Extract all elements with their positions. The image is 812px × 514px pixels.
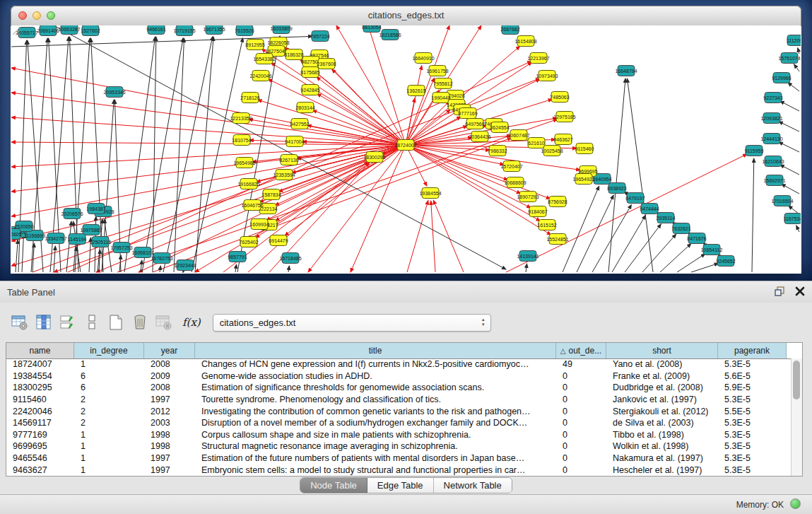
graph-node[interactable]: 16033809 bbox=[270, 25, 292, 34]
graph-node[interactable]: 19671355 bbox=[203, 25, 225, 35]
graph-node[interactable]: 8938923 bbox=[607, 183, 626, 194]
graph-node[interactable]: 1810754 bbox=[232, 135, 251, 146]
graph-node[interactable]: 1167534 bbox=[784, 214, 801, 224]
graph-node[interactable]: 1145194 bbox=[68, 234, 87, 245]
graph-node[interactable]: 15720407 bbox=[500, 161, 522, 172]
table-row[interactable]: 969969511998Structural magnetic resonanc… bbox=[6, 440, 792, 452]
graph-node[interactable]: 12093821 bbox=[760, 113, 782, 124]
graph-node[interactable]: 10688609 bbox=[504, 177, 526, 188]
graph-node[interactable]: 16210643 bbox=[762, 156, 784, 167]
graph-node[interactable]: 16648794 bbox=[615, 66, 637, 76]
column-header-name[interactable]: name bbox=[6, 343, 74, 358]
graph-node[interactable]: 9466161 bbox=[146, 25, 165, 35]
graph-node[interactable]: 7485063 bbox=[550, 92, 569, 103]
table-row[interactable]: 1456911722003Disruption of a novel membe… bbox=[6, 417, 792, 429]
graph-node[interactable]: 12444130 bbox=[760, 134, 782, 144]
graph-node[interactable]: 9474444 bbox=[640, 204, 659, 214]
graph-node[interactable]: 9417004 bbox=[285, 136, 304, 147]
table-row[interactable]: 1830029562008Estimation of significance … bbox=[6, 382, 792, 394]
graph-node[interactable]: 15524851 bbox=[546, 234, 568, 245]
graph-node[interactable]: 16154808 bbox=[514, 36, 536, 47]
delete-table-icon[interactable] bbox=[154, 313, 173, 332]
graph-node[interactable]: 9777169 bbox=[458, 108, 477, 119]
column-header-out-de---[interactable]: △out_de... bbox=[556, 343, 606, 358]
table-row[interactable]: 946362711997Embryonic stem cells: a mode… bbox=[6, 464, 792, 476]
graph-node[interactable]: 1362615 bbox=[406, 86, 425, 96]
graph-node[interactable]: 9115460 bbox=[575, 144, 594, 154]
graph-node[interactable]: 12353594 bbox=[273, 170, 295, 180]
graph-node[interactable]: 1112097 bbox=[787, 35, 801, 46]
graph-node[interactable]: 7615526 bbox=[235, 25, 254, 36]
graph-node[interactable]: 9245652 bbox=[716, 256, 735, 267]
graph-node[interactable]: 3624554 bbox=[490, 122, 509, 133]
graph-node[interactable]: 12975185 bbox=[553, 112, 575, 122]
column-header-short[interactable]: short bbox=[606, 343, 718, 358]
graph-node[interactable]: 2803144 bbox=[295, 103, 314, 113]
memory-ok-indicator[interactable] bbox=[790, 498, 801, 509]
graph-node[interactable]: 20206576 bbox=[61, 209, 83, 219]
function-builder-icon[interactable]: f(x) bbox=[182, 316, 201, 329]
table-row[interactable]: 1938455462009Genome-wide association stu… bbox=[6, 370, 792, 382]
graph-node[interactable]: 7857224 bbox=[310, 31, 329, 42]
table-row[interactable]: 1872400712008Changes of HCN gene express… bbox=[6, 358, 792, 370]
graph-node[interactable]: 20364436 bbox=[469, 132, 490, 142]
graph-node[interactable]: 1984387 bbox=[86, 204, 105, 214]
graph-node[interactable]: 8175685 bbox=[300, 67, 319, 78]
table-row[interactable]: 2242004622012Investigating the contribut… bbox=[6, 405, 792, 417]
graph-node[interactable]: 7986332 bbox=[488, 146, 507, 156]
tab-edge-table[interactable]: Edge Table bbox=[367, 478, 434, 493]
graph-node[interactable]: 17016504 bbox=[771, 196, 793, 206]
graph-node[interactable]: 2367608 bbox=[317, 59, 336, 69]
tab-node-table[interactable]: Node Table bbox=[300, 478, 367, 493]
select-column-icon[interactable] bbox=[34, 313, 53, 332]
graph-node[interactable]: 16640910 bbox=[412, 53, 434, 64]
graph-node[interactable]: 9227343 bbox=[763, 93, 782, 103]
graph-node[interactable]: 12213359 bbox=[230, 113, 252, 124]
graph-node[interactable]: 17957253 bbox=[110, 243, 132, 253]
graph-node[interactable]: 20953346 bbox=[103, 87, 125, 98]
tab-network-table[interactable]: Network Table bbox=[434, 478, 512, 493]
graph-node[interactable]: 7632621 bbox=[671, 223, 690, 234]
column-header-pagerank[interactable]: pagerank bbox=[718, 343, 787, 358]
graph-node[interactable]: 9115955 bbox=[745, 146, 764, 156]
graph-node[interactable]: 9857791 bbox=[228, 252, 247, 262]
graph-node[interactable]: 1615152 bbox=[537, 220, 556, 230]
table-select-dropdown[interactable]: citations_edges.txt ▲▼ bbox=[213, 314, 491, 332]
graph-node[interactable]: 13342757 bbox=[45, 233, 66, 244]
graph-node[interactable]: 9242845 bbox=[300, 85, 319, 95]
graph-node[interactable]: 2687682 bbox=[500, 25, 519, 35]
row-checklist-icon[interactable] bbox=[58, 313, 77, 332]
graph-node[interactable]: 8912955 bbox=[245, 40, 264, 50]
graph-node[interactable]: 6479197 bbox=[625, 193, 645, 204]
graph-node[interactable]: 9427552 bbox=[290, 119, 309, 129]
graph-node[interactable]: 7955812 bbox=[433, 78, 452, 89]
graph-node[interactable]: 18300295 bbox=[363, 152, 385, 163]
graph-node[interactable]: 8186328 bbox=[284, 49, 303, 60]
graph-node[interactable]: 19218586 bbox=[379, 30, 401, 40]
table-settings-icon[interactable] bbox=[10, 313, 29, 332]
graph-node[interactable]: 8267130 bbox=[279, 155, 298, 165]
graph-node[interactable]: 15751074 bbox=[778, 53, 800, 64]
graph-node[interactable]: 22420046 bbox=[249, 71, 271, 81]
graph-node[interactable]: 12213967 bbox=[527, 53, 549, 64]
graph-node[interactable]: 7625402 bbox=[239, 237, 258, 247]
graph-node[interactable]: 16782753 bbox=[151, 253, 172, 264]
table-row[interactable]: 911546021997Tourette syndrome. Phenomeno… bbox=[6, 394, 792, 406]
graph-node[interactable]: 12505115 bbox=[90, 237, 112, 247]
graph-node[interactable]: 20691406 bbox=[37, 25, 59, 36]
graph-node[interactable]: 19384554 bbox=[419, 188, 441, 199]
graph-node[interactable]: 18907293 bbox=[517, 192, 539, 202]
window-titlebar[interactable]: citations_edges.txt bbox=[11, 6, 801, 26]
graph-node[interactable]: 10719155 bbox=[173, 25, 195, 36]
graph-node[interactable]: 8756928 bbox=[548, 197, 567, 207]
row-height-icon[interactable] bbox=[82, 313, 101, 332]
graph-node[interactable]: 1609934 bbox=[249, 219, 269, 230]
scrollbar-thumb[interactable] bbox=[793, 361, 800, 399]
graph-node[interactable]: 10653287 bbox=[58, 25, 80, 35]
graph-node[interactable]: 6914479 bbox=[269, 235, 288, 246]
graph-node[interactable]: 18724007 bbox=[394, 140, 416, 151]
graph-node[interactable]: 621610 bbox=[528, 138, 545, 148]
table-vertical-scrollbar[interactable] bbox=[791, 358, 802, 476]
table-row[interactable]: 977716911998Corpus callosum shape and si… bbox=[6, 429, 792, 441]
graph-node[interactable]: 9350605 bbox=[11, 229, 22, 240]
